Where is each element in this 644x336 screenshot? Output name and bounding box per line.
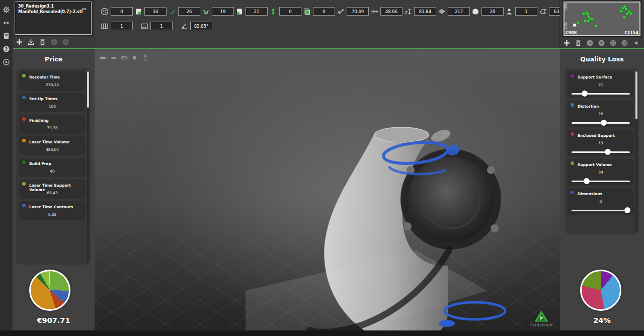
quality-weight-slider[interactable] — [572, 149, 630, 155]
quality-weight-slider[interactable] — [572, 91, 630, 97]
price-item[interactable]: Laser Time Support Volume68,43 — [19, 180, 86, 199]
price-item-color-dot — [22, 182, 26, 186]
price-item[interactable]: Set-Up Times100 — [19, 93, 86, 112]
orientations-field — [100, 7, 133, 16]
quality-total: 24% — [560, 316, 644, 324]
support-surface-input[interactable] — [144, 7, 167, 16]
back-button[interactable] — [586, 39, 594, 47]
forward-button[interactable] — [597, 39, 605, 47]
operator-input[interactable] — [515, 7, 537, 16]
viewport-3d[interactable]: THRINNO — [95, 49, 560, 330]
solution-point[interactable] — [590, 18, 593, 21]
optimize-button[interactable] — [632, 39, 640, 47]
dim-x-field: x — [336, 7, 369, 16]
dim-x-icon: x — [336, 7, 345, 16]
quality-item[interactable]: Enclosed Support19 — [568, 130, 634, 156]
quality-item[interactable]: Dimensions0 — [568, 188, 634, 215]
move-down-button[interactable] — [61, 38, 69, 46]
add-part-button[interactable] — [15, 38, 23, 46]
quality-scrollbar[interactable] — [635, 71, 637, 231]
model-visibility-eye-icon[interactable] — [80, 5, 88, 11]
voxels-input[interactable] — [481, 7, 504, 16]
angle-icon — [180, 22, 188, 30]
layers-input[interactable] — [448, 7, 470, 16]
import-part-button[interactable] — [27, 38, 35, 46]
help-button[interactable]: ? — [0, 42, 13, 55]
powder-bucket-input[interactable] — [212, 7, 234, 16]
dim-x-input[interactable] — [347, 7, 369, 16]
delete-part-button[interactable] — [38, 38, 46, 46]
toggle-clipping-button[interactable] — [120, 53, 128, 61]
slider-knob[interactable] — [584, 178, 590, 184]
settings-button[interactable] — [0, 3, 13, 16]
solution-point[interactable] — [629, 12, 632, 15]
quality-weight-slider[interactable] — [572, 120, 630, 126]
slider-knob[interactable] — [582, 91, 588, 97]
quality-item-value: 0 — [568, 199, 634, 204]
thrinno-logo: THRINNO — [530, 310, 553, 327]
refresh-button[interactable] — [609, 39, 617, 47]
solution-point[interactable] — [595, 24, 598, 28]
history-button[interactable] — [620, 39, 628, 47]
model-filename: 30_Redesign3.1 Manifold_Rescaled(0.7)-2.… — [18, 4, 77, 15]
slider-knob[interactable] — [605, 149, 611, 155]
quality-weight-slider[interactable] — [572, 207, 630, 213]
price-item[interactable]: Recoater Time230,14 — [19, 71, 86, 91]
solution-point[interactable] — [619, 10, 623, 13]
solution-scatter-plot[interactable]: 36% 23% €908 €1154 — [564, 2, 640, 36]
support-spool-input[interactable] — [279, 7, 301, 16]
platform-grid-icon — [100, 22, 109, 30]
build-angle-input[interactable] — [190, 22, 212, 30]
thrinno-logo-text: THRINNO — [530, 323, 553, 327]
solution-point[interactable] — [576, 21, 580, 24]
quality-item-value: 19 — [568, 141, 634, 145]
price-item[interactable]: Laser Time Volume383,04 — [19, 136, 86, 155]
quality-item[interactable]: Support Surface21 — [568, 71, 634, 98]
price-pie-chart — [29, 270, 70, 311]
orientations-input[interactable] — [111, 7, 133, 16]
delete-solution-button[interactable] — [574, 39, 582, 47]
parts-per-platform-input[interactable] — [150, 22, 173, 30]
quality-weight-slider[interactable] — [572, 178, 630, 184]
move-up-button[interactable] — [50, 38, 58, 46]
quality-item[interactable]: Distortion26 — [568, 101, 634, 127]
solution-point[interactable] — [624, 8, 628, 11]
solution-point[interactable] — [587, 20, 590, 23]
model-list-item[interactable]: 30_Redesign3.1 Manifold_Rescaled(0.7)-2.… — [15, 2, 92, 35]
price-item-label: Set-Up Times — [29, 97, 84, 101]
price-scrollbar[interactable] — [87, 71, 89, 262]
toggle-build-plate-button[interactable] — [99, 53, 107, 61]
slider-knob[interactable] — [624, 207, 630, 213]
orientations-icon — [100, 7, 109, 16]
recoater-input[interactable] — [178, 7, 200, 16]
dim-y-field: Y — [370, 7, 403, 16]
report-button[interactable] — [0, 29, 13, 42]
visibility-button[interactable] — [0, 16, 13, 29]
run-button[interactable] — [0, 55, 13, 68]
price-item-value: 6,32 — [19, 212, 86, 217]
add-solution-button[interactable] — [562, 39, 571, 47]
selected-solution-point[interactable] — [573, 24, 576, 27]
toggle-recoater-button[interactable] — [109, 53, 117, 61]
toggle-sphere-button[interactable] — [130, 53, 138, 61]
thrinno-logo-icon — [534, 310, 549, 323]
price-item-color-dot — [22, 117, 26, 121]
price-item[interactable]: Laser Time Contours6,32 — [19, 201, 86, 220]
price-item[interactable]: Finishing79,78 — [19, 115, 86, 134]
scatter-y-max-label: 36% — [564, 3, 568, 10]
solution-point[interactable] — [622, 16, 626, 19]
enclosed-volume-input[interactable] — [313, 7, 335, 16]
quality-item-color-dot — [571, 191, 574, 194]
toggle-support-button[interactable] — [141, 53, 149, 61]
support-sheet-input[interactable] — [246, 7, 268, 16]
quality-item-color-dot — [571, 74, 574, 77]
thrinno-app-window: ? 30_Redesign3.1 Manifold_Rescaled(0.7)-… — [0, 0, 644, 336]
slider-knob[interactable] — [601, 120, 607, 126]
dim-z-input[interactable] — [414, 7, 436, 16]
dim-y-input[interactable] — [380, 7, 403, 16]
support-spool-field — [269, 7, 301, 16]
quality-item[interactable]: Support Volume34 — [568, 159, 634, 186]
platforms-input[interactable] — [111, 22, 133, 30]
price-item[interactable]: Build Prep40 — [19, 158, 86, 177]
contour-icon — [538, 7, 547, 16]
